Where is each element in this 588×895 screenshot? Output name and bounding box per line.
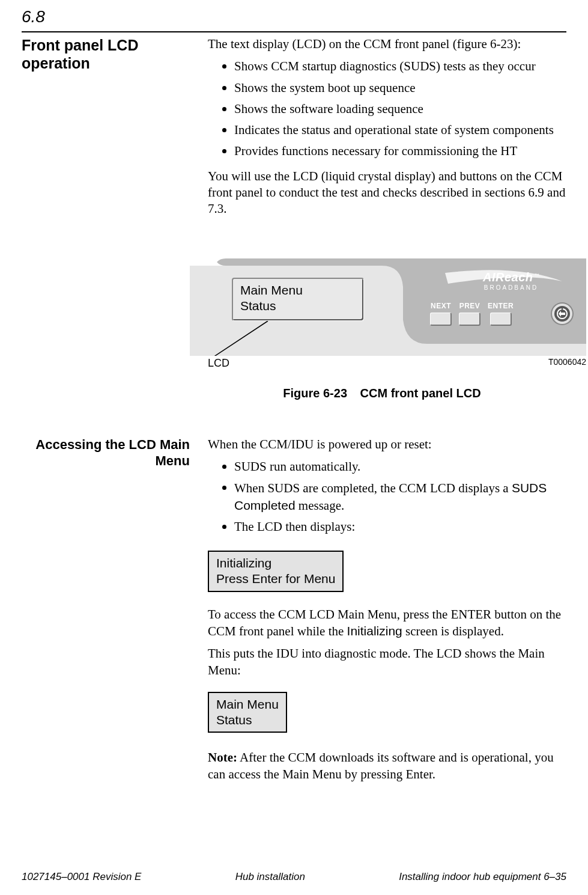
figure-ccm-front-panel: Main Menu Status AIReach™ BROADBAND NEXT… [190,254,566,370]
bullet-item: Shows the system boot up sequence [222,80,566,96]
diag-mode-text: This puts the IDU into diagnostic mode. … [208,646,566,679]
drawing-id: T0006042 [548,357,586,370]
section-number: 6.8 [22,7,566,26]
footer-mid: Hub installation [235,871,305,883]
brand-sub: BROADBAND [451,284,571,291]
main-menu-message-box: Main Menu Status [208,692,287,733]
msg-line-2: Press Enter for Menu [216,571,335,587]
page-footer: 1027145–0001 Revision E Hub installation… [22,871,566,883]
enter-button[interactable] [490,313,512,326]
footer-left: 1027145–0001 Revision E [22,871,141,883]
footer-right: Installing indoor hub equipment 6–35 [399,871,566,883]
section-heading: Front panel LCD operation [22,36,190,72]
next-button-label: NEXT [430,302,452,310]
enter-button-label: ENTER [488,302,514,310]
subsection-heading: Accessing the LCD Main Menu [22,436,190,469]
top-rule [22,31,566,32]
intro-text: The text display (LCD) on the CCM front … [208,36,566,52]
bullet-item: When SUDS are completed, the CCM LCD dis… [222,480,566,514]
bullet-item: Provides functions necessary for commiss… [222,143,566,159]
initializing-message-box: Initializing Press Enter for Menu [208,551,344,592]
sub-intro-text: When the CCM/IDU is powered up or reset: [208,436,566,453]
lcd-line-1: Main Menu [240,283,356,298]
bullet-item: SUDS run automatically. [222,459,566,475]
next-button[interactable] [430,313,452,326]
access-main-menu-text: To access the CCM LCD Main Menu, press t… [208,606,566,640]
bullet-item: The LCD then displays: [222,519,566,535]
lcd-line-2: Status [240,298,356,314]
bullet-item: Shows CCM startup diagnostics (SUDS) tes… [222,58,566,75]
msg-line-1: Main Menu [216,697,279,712]
after-bullets-text: You will use the LCD (liquid crystal dis… [208,168,566,218]
brand-tm: ™ [535,273,540,278]
prev-button-label: PREV [459,302,480,310]
figure-caption: Figure 6-23 CCM front panel LCD [190,386,574,400]
bullet-item: Indicates the status and operational sta… [222,122,566,138]
note-text: Note: After the CCM downloads its softwa… [208,750,566,783]
brand-main: AIReach [483,270,533,284]
bullet-item: Shows the software loading sequence [222,101,566,117]
figure-caption-text: CCM front panel LCD [360,386,481,400]
lcd-display: Main Menu Status [232,278,364,321]
prev-button[interactable] [459,313,480,326]
msg-line-1: Initializing [216,555,335,571]
lcd-pointer-label: LCD [208,357,229,370]
brand-logo: AIReach™ BROADBAND [451,270,571,291]
figure-caption-num: Figure 6-23 [283,386,347,400]
msg-line-2: Status [216,712,279,728]
